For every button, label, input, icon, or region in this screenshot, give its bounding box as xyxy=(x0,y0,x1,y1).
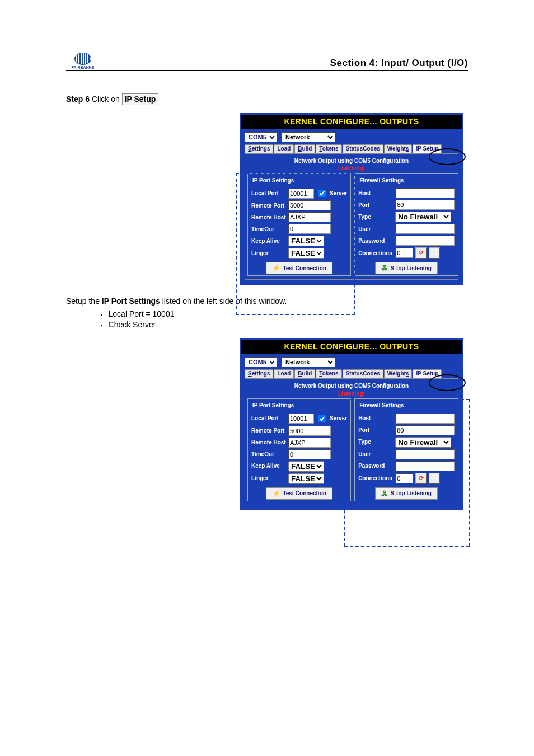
test-connection-button[interactable]: ⚡ Test Connection xyxy=(266,487,332,500)
panel-subtitle: Network Output using COM5 Configuration xyxy=(247,382,456,390)
linger-label: Linger xyxy=(251,475,286,482)
listening-status: Listening! xyxy=(247,390,456,398)
network-select[interactable]: Network xyxy=(282,132,335,142)
keepalive-label: Keep Alive xyxy=(251,462,286,470)
step-text: Click on xyxy=(92,95,122,104)
stop-listening-button[interactable]: 🖧 Stop Listening xyxy=(375,262,437,274)
panel-subtitle: Network Output using COM5 Configuration xyxy=(247,157,456,165)
tab-settings[interactable]: Settings xyxy=(245,144,273,153)
listening-status: Listening! xyxy=(247,165,456,172)
host-label: Host xyxy=(358,190,393,198)
connections-input[interactable] xyxy=(395,248,413,258)
bullet-check-server: Check Server xyxy=(101,320,468,330)
tab-statuscodes[interactable]: StatusCodes xyxy=(343,144,383,153)
password-input[interactable] xyxy=(395,236,455,246)
window-title: KERNEL CONFIGURE... OUTPUTS xyxy=(241,340,462,354)
refresh-icon[interactable]: ⟳ xyxy=(415,247,427,259)
com-port-select[interactable]: COM5 xyxy=(245,357,277,367)
network-select[interactable]: Network xyxy=(282,357,335,367)
firewall-type-select[interactable]: No Firewall xyxy=(395,212,451,222)
section-title: Section 4: Input/ Output (I/O) xyxy=(330,58,468,69)
step-line: Step 6 Click on IP Setup xyxy=(66,93,468,105)
tab-settings[interactable]: Settings xyxy=(245,369,273,378)
user-label: User xyxy=(358,226,393,233)
connections-label: Connections xyxy=(358,250,393,257)
timeout-label: TimeOut xyxy=(251,450,286,458)
firewall-settings-group: Firewall Settings Host Port Type No Fire… xyxy=(354,173,458,276)
tab-ip-setup[interactable]: IP Setup xyxy=(413,369,442,378)
remote-port-input[interactable] xyxy=(288,426,331,436)
remote-host-label: Remote Host xyxy=(251,439,286,447)
tab-tokens[interactable]: Tokens xyxy=(316,369,341,378)
type-label: Type xyxy=(358,213,393,221)
linger-select[interactable]: FALSE xyxy=(288,473,324,484)
window-icon[interactable]: ❐ xyxy=(429,247,440,259)
ip-port-settings-group: IP Port Settings Local Port Server Remot… xyxy=(247,398,351,501)
user-input[interactable] xyxy=(395,224,455,234)
port-input[interactable] xyxy=(395,200,455,210)
timeout-input[interactable] xyxy=(288,449,331,459)
firewall-settings-label: Firewall Settings xyxy=(358,177,405,185)
ip-port-settings-label: IP Port Settings xyxy=(251,402,295,410)
logo-text: FAIRBANKS xyxy=(72,65,95,69)
lightning-icon: ⚡ xyxy=(272,489,280,498)
port-label: Port xyxy=(358,201,393,209)
remote-port-label: Remote Port xyxy=(251,427,286,435)
ipsetup-ref-button: IP Setup xyxy=(122,93,159,105)
remote-host-input[interactable] xyxy=(288,438,331,448)
tab-build[interactable]: Build xyxy=(294,369,315,378)
tab-build[interactable]: Build xyxy=(294,144,315,153)
tab-tokens[interactable]: Tokens xyxy=(316,144,341,153)
tab-load[interactable]: Load xyxy=(274,369,294,378)
host-input[interactable] xyxy=(395,188,455,198)
highlight-ip-port-settings xyxy=(236,173,355,315)
local-port-label: Local Port xyxy=(251,415,286,422)
highlight-firewall-settings xyxy=(344,399,470,547)
tab-load[interactable]: Load xyxy=(274,144,294,153)
window-title: KERNEL CONFIGURE... OUTPUTS xyxy=(241,115,462,129)
fairbanks-logo: FAIRBANKS xyxy=(66,53,100,78)
server-checkbox[interactable] xyxy=(318,415,326,422)
local-port-input[interactable] xyxy=(288,414,314,424)
step-number: Step 6 xyxy=(66,95,90,104)
network-stop-icon: 🖧 xyxy=(381,264,388,273)
tab-weights[interactable]: Weights xyxy=(384,369,413,378)
tab-statuscodes[interactable]: StatusCodes xyxy=(343,369,383,378)
tab-ip-setup[interactable]: IP Setup xyxy=(413,144,442,153)
tab-weights[interactable]: Weights xyxy=(384,144,413,153)
com-port-select[interactable]: COM5 xyxy=(245,132,277,142)
password-label: Password xyxy=(358,237,393,245)
keepalive-select[interactable]: FALSE xyxy=(288,461,324,472)
